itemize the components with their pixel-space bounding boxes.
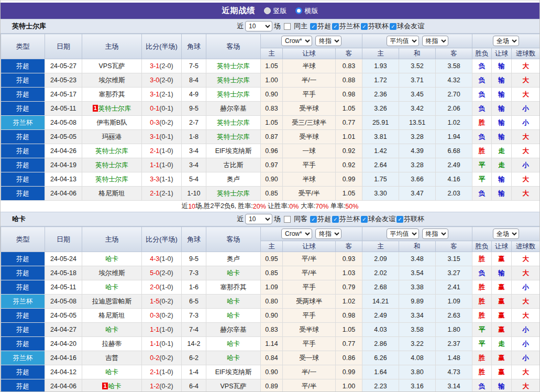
- summary-text: 近: [182, 202, 189, 211]
- away-team-cell: 哈卡: [206, 266, 261, 280]
- col-type: 类型: [1, 34, 45, 59]
- radio-icon-unchecked[interactable]: [264, 7, 271, 14]
- handicap-result-cell: 输: [492, 88, 512, 102]
- away-team-cell: 塞那乔其: [206, 280, 261, 295]
- fulltime-select[interactable]: 全场: [493, 36, 519, 46]
- home-team-cell: 1哈卡: [82, 379, 142, 392]
- team-bar: 英特士尔库 近 10 场 同主 ✓芬超✓芬兰杯✓芬联杯✓球会友谊: [1, 19, 539, 34]
- home-team-name: 伊韦斯B队: [96, 119, 127, 126]
- match-count-select[interactable]: 10: [245, 214, 272, 224]
- league-checkbox[interactable]: ✓: [310, 216, 317, 223]
- halftime-score: (2-1): [159, 91, 173, 98]
- away-team-name: 哈卡: [227, 340, 240, 347]
- radio-horizontal-layout[interactable]: 横版: [295, 6, 318, 16]
- league-filter-item: ✓球会友谊: [361, 214, 395, 224]
- date-cell: 24-05-18: [45, 266, 82, 280]
- red-card-badge: 1: [102, 383, 107, 389]
- match-row: 芬超24-05-23埃尔维斯3-0(2-0)8-4英特士尔库1.00半/一0.8…: [1, 73, 540, 88]
- odds-handicap-cell: 受半球: [283, 323, 336, 337]
- away-team-cell: 英特士尔库: [206, 59, 261, 73]
- final-index-select-2[interactable]: 终指: [422, 228, 448, 239]
- league-checkbox[interactable]: ✓: [332, 23, 339, 30]
- league-cell: 芬超: [1, 323, 45, 337]
- avg-away-cell: 2.37: [436, 337, 472, 351]
- summary-stat-value: 0%: [289, 203, 299, 210]
- odds-home-cell: 0.83: [261, 323, 283, 337]
- score-cell: 3-1(0-1): [142, 130, 182, 144]
- fulltime-select[interactable]: 全场: [493, 228, 519, 239]
- home-team-name: 哈卡: [105, 284, 118, 291]
- avg-home-cell: 2.64: [362, 158, 399, 172]
- league-checkbox[interactable]: ✓: [361, 23, 368, 30]
- league-checkbox[interactable]: ✓: [361, 216, 368, 223]
- league-label: 球会友谊: [397, 21, 424, 31]
- league-checkbox[interactable]: ✓: [390, 23, 396, 30]
- score-cell: 2-1(1-0): [142, 365, 182, 379]
- goals-cell: 小: [512, 280, 540, 295]
- league-checkbox[interactable]: ✓: [332, 216, 339, 223]
- home-team-name: 塞那乔其: [99, 91, 125, 98]
- odds-home-cell: 0.90: [261, 88, 283, 102]
- score-cell: 0-1(0-1): [142, 102, 182, 116]
- fulltime-score: 3-3: [150, 176, 159, 183]
- radio-vertical-layout[interactable]: 竖版: [264, 6, 287, 16]
- avg-home-cell: 3.26: [362, 102, 399, 116]
- final-index-select[interactable]: 终指: [315, 228, 341, 239]
- final-index-select[interactable]: 终指: [315, 36, 341, 46]
- home-team-cell: 埃尔维斯: [82, 266, 142, 280]
- away-team-cell: 哈卡: [206, 351, 261, 365]
- handicap-result-cell: 输: [492, 102, 512, 116]
- average-select[interactable]: 平均值: [387, 36, 419, 46]
- league-checkbox[interactable]: ✓: [396, 216, 403, 223]
- odds-home-cell: 1.05: [261, 59, 283, 73]
- halftime-score: (1-0): [159, 284, 173, 291]
- fulltime-score: 1-1: [150, 161, 159, 169]
- goals-cell: 小: [512, 337, 540, 351]
- col-date: 日期: [45, 227, 82, 252]
- fulltime-score: 1-5: [150, 298, 159, 305]
- same-venue-checkbox[interactable]: [284, 216, 291, 223]
- corners-cell: 14-2: [182, 337, 206, 351]
- odds-away-cell: 1.01: [336, 130, 362, 144]
- same-venue-checkbox[interactable]: [284, 23, 291, 30]
- league-checkbox[interactable]: ✓: [310, 23, 317, 30]
- col-avg-draw: 和: [399, 241, 436, 252]
- score-cell: 3-1(2-1): [142, 88, 182, 102]
- date-cell: 24-04-20: [45, 337, 82, 351]
- bookmaker-select[interactable]: Crow*: [281, 228, 312, 239]
- odds-away-cell: 0.92: [336, 144, 362, 158]
- away-team-name: 英特士尔库: [217, 119, 250, 126]
- away-team-name: 英特士尔库: [217, 62, 250, 70]
- bookmaker-select[interactable]: Crow*: [281, 36, 312, 46]
- league-cell: 芬兰杯: [1, 351, 45, 365]
- match-row: 芬超24-04-26英特士尔库2-1(1-0)3-4EIF埃克纳斯0.96一球0…: [1, 144, 540, 158]
- col-date: 日期: [45, 34, 82, 59]
- home-team-name: 英特士尔库: [95, 147, 128, 155]
- avg-away-cell: 2.06: [436, 102, 472, 116]
- avg-draw-cell: 13.51: [399, 116, 436, 130]
- match-count-select[interactable]: 10: [245, 21, 272, 31]
- result-cell: 胜: [472, 252, 492, 266]
- match-row: 芬超24-05-05玛丽港3-1(0-1)1-8英特士尔库0.87受半球1.01…: [1, 130, 540, 144]
- avg-away-cell: 2.41: [436, 280, 472, 295]
- date-cell: 24-05-23: [45, 73, 82, 88]
- near-label: 近: [237, 21, 244, 31]
- avg-away-cell: 1.09: [436, 295, 472, 309]
- avg-away-cell: 2.03: [436, 187, 472, 201]
- home-team-cell: 1英特士尔库: [82, 102, 142, 116]
- away-team-name: 赫尔辛基: [221, 105, 247, 112]
- odds-home-cell: 0.83: [261, 102, 283, 116]
- average-select[interactable]: 平均值: [387, 228, 419, 239]
- avg-draw-cell: 3.48: [399, 252, 436, 266]
- final-index-select-2[interactable]: 终指: [422, 36, 448, 46]
- away-team-cell: 英特士尔库: [206, 187, 261, 201]
- score-cell: 1-1(1-0): [142, 323, 182, 337]
- radio-icon-checked[interactable]: [295, 7, 302, 14]
- summary-text: 单率:: [328, 202, 345, 211]
- away-team-name: EIF埃克纳斯: [215, 368, 251, 376]
- date-cell: 24-04-12: [45, 365, 82, 379]
- away-team-name: 英特士尔库: [217, 91, 250, 98]
- corners-cell: 9-5: [182, 102, 206, 116]
- col-home: 主场: [82, 34, 142, 59]
- handicap-result-cell: 赢: [492, 280, 512, 295]
